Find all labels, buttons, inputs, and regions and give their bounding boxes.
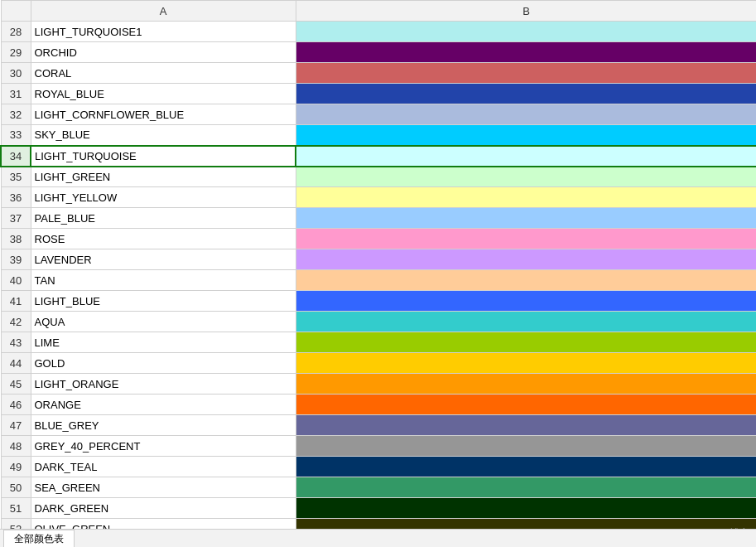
color-block — [296, 208, 757, 228]
table-row[interactable]: 46ORANGE — [1, 395, 756, 415]
color-name-cell[interactable]: DARK_TEAL — [31, 457, 296, 477]
color-name-cell[interactable]: CORAL — [31, 63, 296, 84]
header-col-b[interactable]: B — [296, 1, 756, 22]
color-swatch-cell — [296, 332, 756, 353]
color-name-cell[interactable]: LAVENDER — [31, 249, 296, 270]
color-name-cell[interactable]: LIGHT_ORANGE — [31, 374, 296, 395]
color-name-cell[interactable]: PALE_BLUE — [31, 208, 296, 229]
table-row[interactable]: 36LIGHT_YELLOW — [1, 187, 756, 208]
color-swatch-cell — [296, 249, 756, 270]
color-block — [296, 291, 757, 311]
table-row[interactable]: 44GOLD — [1, 353, 756, 374]
color-name-cell[interactable]: LIGHT_CORNFLOWER_BLUE — [31, 104, 296, 125]
table-row[interactable]: 35LIGHT_GREEN — [1, 167, 756, 187]
row-number: 45 — [1, 374, 31, 395]
color-name-cell[interactable]: AQUA — [31, 312, 296, 332]
table-row[interactable]: 40TAN — [1, 270, 756, 291]
row-number: 40 — [1, 270, 31, 291]
row-number: 32 — [1, 104, 31, 125]
color-block — [296, 374, 757, 394]
color-name-cell[interactable]: LIGHT_GREEN — [31, 167, 296, 187]
color-swatch-cell — [296, 104, 756, 125]
table-row[interactable]: 33SKY_BLUE — [1, 125, 756, 146]
color-name-cell[interactable]: SKY_BLUE — [31, 125, 296, 146]
color-name-cell[interactable]: GREY_40_PERCENT — [31, 436, 296, 457]
sheet-tab-colors[interactable]: 全部颜色表 — [3, 530, 75, 548]
color-name-cell[interactable]: ORCHID — [31, 42, 296, 63]
color-swatch-cell — [296, 63, 756, 84]
color-name-cell[interactable]: GOLD — [31, 353, 296, 374]
color-block — [296, 187, 757, 207]
table-row[interactable]: 45LIGHT_ORANGE — [1, 374, 756, 395]
color-swatch-cell — [296, 229, 756, 249]
color-block — [296, 104, 757, 124]
color-swatch-cell — [296, 312, 756, 332]
color-block — [296, 477, 757, 497]
header-col-a[interactable]: A — [31, 1, 296, 22]
table-row[interactable]: 30CORAL — [1, 63, 756, 84]
table-row[interactable]: 37PALE_BLUE — [1, 208, 756, 229]
table-row[interactable]: 39LAVENDER — [1, 249, 756, 270]
color-name-cell[interactable]: SEA_GREEN — [31, 477, 296, 498]
color-name-cell[interactable]: LIGHT_BLUE — [31, 291, 296, 312]
row-number: 36 — [1, 187, 31, 208]
table-row[interactable]: 42AQUA — [1, 312, 756, 332]
row-number: 37 — [1, 208, 31, 229]
color-swatch-cell — [296, 353, 756, 374]
color-block — [296, 332, 757, 352]
color-swatch-cell — [296, 477, 756, 498]
row-number: 28 — [1, 22, 31, 42]
color-block — [296, 229, 757, 249]
row-number: 43 — [1, 332, 31, 353]
color-swatch-cell — [296, 84, 756, 104]
table-row[interactable]: 28LIGHT_TURQUOISE1 — [1, 22, 756, 42]
color-block — [296, 125, 757, 145]
table-row[interactable]: 29ORCHID — [1, 42, 756, 63]
color-block — [296, 42, 757, 62]
color-swatch-cell — [296, 270, 756, 291]
color-block — [296, 498, 757, 518]
color-name-cell[interactable]: BLUE_GREY — [31, 415, 296, 436]
color-swatch-cell — [296, 291, 756, 312]
color-name-cell[interactable]: LIGHT_TURQUOISE — [31, 146, 296, 167]
table-row[interactable]: 47BLUE_GREY — [1, 415, 756, 436]
table-row[interactable]: 51DARK_GREEN — [1, 498, 756, 519]
table-row[interactable]: 41LIGHT_BLUE — [1, 291, 756, 312]
row-number: 51 — [1, 498, 31, 519]
table-row[interactable]: 38ROSE — [1, 229, 756, 249]
color-swatch-cell — [296, 42, 756, 63]
color-name-cell[interactable]: DARK_GREEN — [31, 498, 296, 519]
color-block — [296, 457, 757, 477]
color-name-cell[interactable]: LIME — [31, 332, 296, 353]
color-swatch-cell — [296, 436, 756, 457]
color-name-cell[interactable]: TAN — [31, 270, 296, 291]
table-row[interactable]: 50SEA_GREEN — [1, 477, 756, 498]
table-row[interactable]: 34LIGHT_TURQUOISE — [1, 146, 756, 167]
row-number: 30 — [1, 63, 31, 84]
row-number: 41 — [1, 291, 31, 312]
table-row[interactable]: 49DARK_TEAL — [1, 457, 756, 477]
color-name-cell[interactable]: ROYAL_BLUE — [31, 84, 296, 104]
row-number: 49 — [1, 457, 31, 477]
table-row[interactable]: 43LIME — [1, 332, 756, 353]
color-block — [296, 353, 757, 373]
color-block — [296, 147, 756, 166]
color-swatch-cell — [296, 374, 756, 395]
table-row[interactable]: 31ROYAL_BLUE — [1, 84, 756, 104]
color-name-cell[interactable]: ORANGE — [31, 395, 296, 415]
color-swatch-cell — [296, 457, 756, 477]
color-name-cell[interactable]: ROSE — [31, 229, 296, 249]
row-number: 29 — [1, 42, 31, 63]
color-swatch-cell — [296, 498, 756, 519]
color-name-cell[interactable]: LIGHT_TURQUOISE1 — [31, 22, 296, 42]
row-number: 39 — [1, 249, 31, 270]
color-name-cell[interactable]: LIGHT_YELLOW — [31, 187, 296, 208]
color-swatch-cell — [296, 415, 756, 436]
color-swatch-cell — [296, 146, 756, 167]
table-row[interactable]: 48GREY_40_PERCENT — [1, 436, 756, 457]
table-row[interactable]: 32LIGHT_CORNFLOWER_BLUE — [1, 104, 756, 125]
row-number: 31 — [1, 84, 31, 104]
row-number: 33 — [1, 125, 31, 146]
color-block — [296, 312, 757, 332]
color-swatch-cell — [296, 22, 756, 42]
